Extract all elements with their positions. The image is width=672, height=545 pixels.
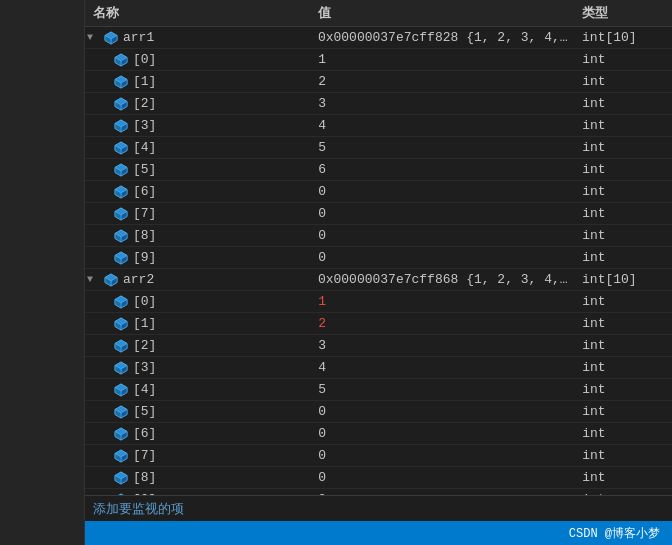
- arr1-item-0-name: [0]: [85, 52, 310, 68]
- arr1-cube-icon: [103, 30, 119, 46]
- arr2-item-8-index: [8]: [133, 470, 156, 485]
- arr1-item-2-icon: [113, 96, 129, 112]
- arr1-item-4-index: [4]: [133, 140, 156, 155]
- arr1-item-1-index: [1]: [133, 74, 156, 89]
- arr2-item-8-icon: [113, 470, 129, 486]
- arr1-expand-icon[interactable]: ▼: [87, 32, 99, 43]
- table-body[interactable]: ▼ arr1 0x00000037e7cff828 {1, 2, 3, 4, 5…: [85, 27, 672, 495]
- arr2-item-5-name: [5]: [85, 404, 310, 420]
- arr2-item-0-icon: [113, 294, 129, 310]
- arr1-item-0[interactable]: [0] 1 int: [85, 49, 672, 71]
- arr2-item-2-index: [2]: [133, 338, 156, 353]
- arr1-type: int[10]: [574, 30, 672, 45]
- arr2-item-0-value: 1: [310, 294, 574, 309]
- footer-bar: CSDN @博客小梦: [85, 521, 672, 545]
- arr1-item-4[interactable]: [4] 5 int: [85, 137, 672, 159]
- arr2-expand-icon[interactable]: ▼: [87, 274, 99, 285]
- arr1-item-4-value: 5: [310, 140, 574, 155]
- arr2-item-4-index: [4]: [133, 382, 156, 397]
- arr2-item-2[interactable]: [2] 3 int: [85, 335, 672, 357]
- arr2-item-3-type: int: [574, 360, 672, 375]
- arr2-item-3[interactable]: [3] 4 int: [85, 357, 672, 379]
- arr2-item-4[interactable]: [4] 5 int: [85, 379, 672, 401]
- arr1-item-1[interactable]: [1] 2 int: [85, 71, 672, 93]
- arr1-item-8[interactable]: [8] 0 int: [85, 225, 672, 247]
- arr2-item-7-value: 0: [310, 448, 574, 463]
- left-sidebar: [0, 0, 85, 545]
- arr1-item-3-value: 4: [310, 118, 574, 133]
- arr2-item-4-value: 5: [310, 382, 574, 397]
- arr1-row[interactable]: ▼ arr1 0x00000037e7cff828 {1, 2, 3, 4, 5…: [85, 27, 672, 49]
- arr2-cube-icon: [103, 272, 119, 288]
- arr1-item-5-icon: [113, 162, 129, 178]
- arr2-item-4-name: [4]: [85, 382, 310, 398]
- col-value-header: 值: [310, 4, 574, 22]
- arr1-item-6-icon: [113, 184, 129, 200]
- arr1-item-4-icon: [113, 140, 129, 156]
- arr1-item-5-name: [5]: [85, 162, 310, 178]
- arr2-address: 0x00000037e7cff868 {1, 2, 3, 4, 5, 0, 0,…: [310, 272, 574, 287]
- arr2-item-2-icon: [113, 338, 129, 354]
- arr1-item-2[interactable]: [2] 3 int: [85, 93, 672, 115]
- arr2-item-5-index: [5]: [133, 404, 156, 419]
- arr2-item-6-index: [6]: [133, 426, 156, 441]
- arr1-item-2-type: int: [574, 96, 672, 111]
- arr1-item-2-value: 3: [310, 96, 574, 111]
- arr1-item-2-index: [2]: [133, 96, 156, 111]
- arr2-name-cell: ▼ arr2: [85, 272, 310, 288]
- arr2-item-8[interactable]: [8] 0 int: [85, 467, 672, 489]
- arr2-item-6[interactable]: [6] 0 int: [85, 423, 672, 445]
- arr2-item-7-name: [7]: [85, 448, 310, 464]
- arr1-item-9-type: int: [574, 250, 672, 265]
- arr2-item-4-icon: [113, 382, 129, 398]
- arr1-item-1-type: int: [574, 74, 672, 89]
- table-header: 名称 值 类型: [85, 0, 672, 27]
- arr2-item-5-icon: [113, 404, 129, 420]
- arr1-item-4-name: [4]: [85, 140, 310, 156]
- arr1-name-cell: ▼ arr1: [85, 30, 310, 46]
- arr1-item-6-type: int: [574, 184, 672, 199]
- arr1-item-3-name: [3]: [85, 118, 310, 134]
- arr1-item-8-type: int: [574, 228, 672, 243]
- arr2-item-8-value: 0: [310, 470, 574, 485]
- add-watch-label: 添加要监视的项: [93, 500, 184, 518]
- arr1-item-7-index: [7]: [133, 206, 156, 221]
- col-name-header: 名称: [85, 4, 310, 22]
- arr2-item-1-value: 2: [310, 316, 574, 331]
- arr2-label: arr2: [123, 272, 154, 287]
- arr1-item-3-type: int: [574, 118, 672, 133]
- arr2-item-7-index: [7]: [133, 448, 156, 463]
- arr1-item-5-type: int: [574, 162, 672, 177]
- arr1-item-8-name: [8]: [85, 228, 310, 244]
- arr2-item-3-index: [3]: [133, 360, 156, 375]
- arr1-item-3-icon: [113, 118, 129, 134]
- arr2-item-1[interactable]: [1] 2 int: [85, 313, 672, 335]
- arr1-item-8-icon: [113, 228, 129, 244]
- add-watch-row[interactable]: 添加要监视的项: [85, 495, 672, 521]
- arr2-item-2-value: 3: [310, 338, 574, 353]
- arr2-type: int[10]: [574, 272, 672, 287]
- arr2-item-5-type: int: [574, 404, 672, 419]
- arr1-item-6-name: [6]: [85, 184, 310, 200]
- arr1-item-7-value: 0: [310, 206, 574, 221]
- footer-text: CSDN @博客小梦: [569, 525, 660, 542]
- arr1-item-7[interactable]: [7] 0 int: [85, 203, 672, 225]
- arr1-item-9-value: 0: [310, 250, 574, 265]
- arr1-item-3[interactable]: [3] 4 int: [85, 115, 672, 137]
- arr1-item-5[interactable]: [5] 6 int: [85, 159, 672, 181]
- arr2-item-0-index: [0]: [133, 294, 156, 309]
- arr2-item-0-name: [0]: [85, 294, 310, 310]
- arr2-item-1-type: int: [574, 316, 672, 331]
- arr2-item-5[interactable]: [5] 0 int: [85, 401, 672, 423]
- arr1-item-9[interactable]: [9] 0 int: [85, 247, 672, 269]
- arr2-item-7[interactable]: [7] 0 int: [85, 445, 672, 467]
- arr1-item-7-icon: [113, 206, 129, 222]
- arr1-item-7-type: int: [574, 206, 672, 221]
- arr2-item-3-name: [3]: [85, 360, 310, 376]
- arr2-item-0[interactable]: [0] 1 int: [85, 291, 672, 313]
- arr1-item-6-index: [6]: [133, 184, 156, 199]
- arr2-row[interactable]: ▼ arr2 0x00000037e7cff868 {1, 2, 3, 4, 5…: [85, 269, 672, 291]
- arr2-item-7-type: int: [574, 448, 672, 463]
- arr2-item-1-name: [1]: [85, 316, 310, 332]
- arr1-item-6[interactable]: [6] 0 int: [85, 181, 672, 203]
